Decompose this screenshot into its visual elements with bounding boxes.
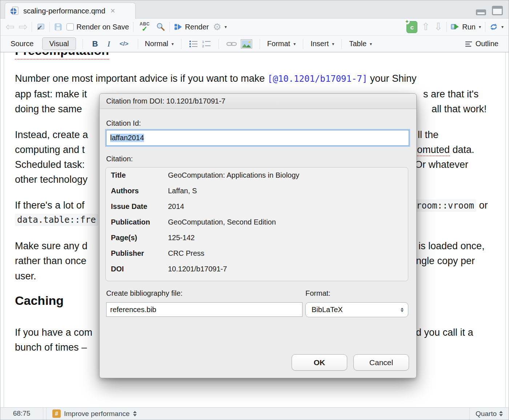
cancel-button[interactable]: Cancel [353,354,409,371]
save-icon[interactable] [54,23,63,31]
divider [260,39,260,49]
doc-line: If you have a com [15,327,92,338]
run-button[interactable]: Run ▾ [451,23,481,31]
table-menu[interactable]: Table ▾ [349,40,372,48]
divider [446,22,447,32]
section-name: Improve performance [64,410,130,418]
chevron-down-icon: ▾ [479,24,481,29]
heading-caching: Caching [15,294,64,308]
render-on-save-toggle[interactable]: Render on Save [67,23,129,31]
doc-line: omuted data. [417,144,474,156]
bibliography-file-input[interactable]: references.bib [106,302,302,317]
selected-text: laffan2014 [110,134,144,142]
chevron-down-icon: ▾ [293,41,296,47]
citation-field-row: Publisher CRC Press [111,249,403,265]
editor-tab-bar: scaling-performance.qmd × [0,0,509,19]
inline-code: data.table::fre [15,214,98,226]
source-mode-button[interactable]: Source [11,40,33,48]
bullet-list-icon[interactable] [189,40,198,48]
open-in-new-window-icon[interactable] [36,22,45,32]
divider [138,39,138,49]
back-icon[interactable]: ⇦ [5,21,15,32]
inline-code: room::vroom [414,199,476,212]
render-button[interactable]: Render [174,23,209,31]
doc-line: s are that it's [423,89,478,100]
divider [169,22,170,32]
render-options-button[interactable]: ⚙ ▾ [213,22,227,32]
chevron-down-icon: ▾ [370,41,372,47]
window-controls [476,6,503,15]
doc-line: bunch of times – [15,342,87,353]
run-next-icon[interactable]: ⇩ [434,22,442,32]
doc-line: Make sure any d [15,241,88,252]
section-navigator[interactable]: # Improve performance [46,408,143,420]
numbered-list-icon[interactable]: 1 2 [202,40,211,48]
citation-field-row: Publication GeoComputation, Second Editi… [111,218,403,234]
link-icon[interactable] [226,40,237,48]
render-label: Render [185,23,209,31]
doc-line: If there's a lot of [15,200,84,211]
search-icon[interactable] [156,22,165,32]
doc-line: is loaded once, [418,241,485,252]
maximize-icon[interactable] [492,6,503,15]
chevron-down-icon: ▾ [225,24,227,29]
svg-text:2: 2 [202,44,204,48]
tab-scaling-performance[interactable]: scaling-performance.qmd × [5,3,136,19]
citation-field-row: Issue Date 2014 [111,202,403,218]
source-rerun-button[interactable]: ▾ [489,23,504,31]
tab-title: scaling-performance.qmd [23,7,105,15]
bold-button[interactable]: B [92,39,98,49]
engine-chevrons-icon [499,411,503,416]
doc-line: ll the [418,129,438,141]
image-icon[interactable] [241,39,252,49]
format-menu[interactable]: Format ▾ [267,40,296,48]
doc-line: Number one most important advice is if y… [15,73,416,84]
doc-line: Scheduled task: [15,159,88,170]
doc-line: ngle copy per [416,255,475,267]
divider [133,22,133,32]
spellcheck-icon[interactable]: ABC ✓ [137,22,152,32]
refresh-icon [489,23,498,31]
divider [32,22,32,32]
doc-line: Instead, create a [15,129,88,141]
code-button[interactable]: </> [120,40,129,48]
bibliography-file-label: Create bibliography file: [106,289,183,298]
ok-button[interactable]: OK [292,354,347,371]
render-on-save-checkbox[interactable] [67,23,74,31]
run-previous-icon[interactable]: ⇧ [421,22,430,32]
format-select[interactable]: BibLaTeX [305,302,408,317]
insert-chunk-button[interactable]: c + [406,21,417,33]
chevron-down-icon: ▾ [332,41,334,47]
divider [341,39,342,49]
editor-status-bar: 68:75 # Improve performance Quarto [0,407,509,420]
cursor-position[interactable]: 68:75 [0,408,43,420]
outline-toggle[interactable]: Outline [464,40,498,48]
divider [219,39,219,49]
tab-close-icon[interactable]: × [111,6,115,16]
citation-id-label: Citation Id: [106,119,141,128]
dialog-title: Citation from DOI: 10.1201/b17091-7 [100,94,416,109]
doc-line: other technology [15,174,88,185]
doc-line: computing and t [15,144,85,156]
chevron-down-icon: ▾ [172,41,174,47]
doc-line: room::vroom or [414,200,488,211]
render-icon [174,23,183,31]
divider [485,22,485,32]
minimize-icon[interactable] [476,9,486,15]
visual-editor-toolbar: Source Visual B I </> Normal ▾ 1 2 [0,36,509,52]
visual-mode-button[interactable]: Visual [42,37,76,50]
paragraph-style-dropdown[interactable]: Normal ▾ [145,40,173,48]
citation-preview-box: Title GeoComputation: Applications in Bi… [105,167,408,281]
italic-button[interactable]: I [107,39,110,49]
citation-id-input[interactable]: laffan2014 [106,130,409,146]
document-type-selector[interactable]: Quarto [469,408,509,420]
citation-field-row: Page(s) 125-142 [111,234,403,249]
citation-label: Citation: [106,155,133,163]
forward-icon[interactable]: ⇨ [19,21,28,32]
run-icon [451,23,460,31]
insert-menu[interactable]: Insert ▾ [310,40,334,48]
divider [303,39,303,49]
doc-line: app fast: make it [15,89,87,100]
citation-token[interactable]: [@10.1201/b17091-7] [268,74,368,84]
format-label: Format: [305,289,330,298]
